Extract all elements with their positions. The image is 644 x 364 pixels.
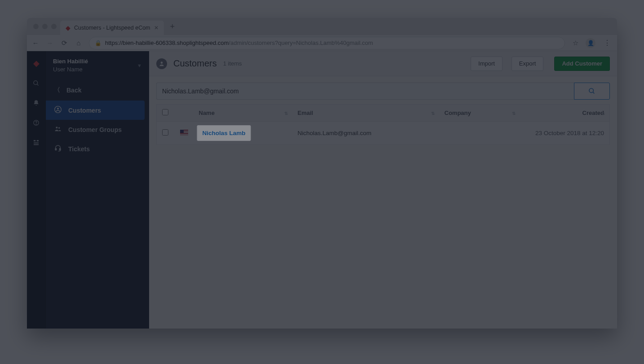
address-bar: ← → ⟳ ⌂ 🔒 https://bien-habillie-606338.s… (27, 35, 617, 51)
flame-icon: ◆ (66, 24, 71, 31)
svg-rect-5 (37, 140, 39, 141)
customer-created: 23 October 2018 at 12:20 (535, 130, 604, 136)
tab-title: Customers - Lightspeed eCom (74, 25, 150, 31)
item-count: 1 items (223, 60, 242, 67)
svg-line-16 (593, 92, 594, 93)
tab-bar: ◆ Customers - Lightspeed eCom ✕ + (27, 18, 617, 35)
chevron-left-icon: 〈 (54, 86, 60, 94)
sort-icon: ⇅ (601, 110, 605, 115)
svg-rect-4 (34, 140, 35, 141)
app-root: ◆ Bien Habillié User Name ▼ (27, 51, 617, 329)
svg-line-1 (37, 84, 38, 85)
svg-point-14 (161, 61, 163, 64)
sidebar-item-customer-groups[interactable]: Customer Groups (46, 120, 145, 139)
select-all-header[interactable] (157, 105, 175, 122)
lightspeed-logo-icon[interactable]: ◆ (33, 58, 40, 68)
created-header[interactable]: Created⇅ (520, 105, 610, 122)
sidebar-item-label: Customer Groups (68, 126, 122, 133)
sidebar-item-tickets[interactable]: Tickets (46, 139, 145, 158)
url-input[interactable]: 🔒 https://bien-habillie-606338.shoplight… (89, 37, 565, 49)
svg-rect-7 (34, 144, 39, 145)
svg-point-11 (58, 127, 60, 129)
store-name: Bien Habillié (53, 57, 88, 66)
search-row (149, 76, 617, 104)
sort-icon: ⇅ (431, 110, 435, 115)
add-customer-button[interactable]: Add Customer (554, 57, 610, 71)
search-button[interactable] (574, 83, 610, 100)
new-tab-button[interactable]: + (164, 22, 181, 31)
search-input[interactable] (156, 83, 574, 100)
maximize-window-icon[interactable] (51, 24, 57, 29)
email-header[interactable]: Email⇅ (292, 105, 439, 122)
table-row[interactable]: Nicholas Lamb Nicholas.Lamb@gmail.com 23… (157, 122, 610, 145)
main-content: Customers 1 items Import Export Add Cust… (149, 51, 617, 329)
row-checkbox[interactable] (162, 129, 168, 136)
window-controls (31, 24, 60, 29)
customers-table: Name⇅ Email⇅ Company⇅ Created⇅ Nicholas … (156, 104, 610, 145)
users-icon (54, 125, 62, 134)
apps-icon[interactable] (33, 139, 40, 147)
store-switcher[interactable]: Bien Habillié User Name ▼ (46, 51, 149, 80)
url-path: /admin/customers?query=Nicholas.Lamb%40g… (229, 39, 373, 46)
store-user: User Name (53, 66, 88, 74)
minimize-window-icon[interactable] (42, 24, 48, 29)
url-host: https://bien-habillie-606338.shoplightsp… (105, 39, 229, 46)
us-flag-icon (180, 130, 188, 135)
home-icon[interactable]: ⌂ (75, 39, 83, 47)
svg-point-9 (57, 108, 59, 110)
sort-icon: ⇅ (284, 110, 288, 115)
forward-icon[interactable]: → (46, 39, 54, 47)
bookmark-icon[interactable]: ☆ (571, 39, 579, 47)
search-icon (588, 88, 595, 95)
svg-rect-6 (34, 143, 39, 144)
chevron-down-icon: ▼ (137, 63, 142, 68)
svg-rect-12 (55, 149, 57, 150)
sidebar-back-label: Back (66, 87, 81, 94)
sidebar-item-label: Tickets (68, 145, 90, 153)
svg-point-10 (56, 127, 57, 129)
user-circle-icon (54, 106, 62, 114)
user-circle-icon (156, 58, 167, 69)
back-icon[interactable]: ← (31, 39, 40, 47)
sidebar-item-customers[interactable]: Customers (46, 101, 145, 120)
sort-icon: ⇅ (512, 110, 516, 115)
sidebar-item-label: Customers (68, 107, 101, 114)
help-icon[interactable] (33, 119, 40, 127)
page-header: Customers 1 items Import Export Add Cust… (149, 51, 617, 76)
bell-icon[interactable] (33, 100, 40, 108)
browser-window: ◆ Customers - Lightspeed eCom ✕ + ← → ⟳ … (27, 18, 617, 329)
search-icon[interactable] (33, 80, 40, 88)
left-rail: ◆ (27, 51, 46, 329)
svg-rect-13 (59, 149, 61, 150)
name-header[interactable]: Name⇅ (194, 105, 292, 122)
sidebar: Bien Habillié User Name ▼ 〈 Back Custome… (46, 51, 149, 329)
sidebar-back[interactable]: 〈 Back (46, 80, 149, 101)
browser-tab[interactable]: ◆ Customers - Lightspeed eCom ✕ (60, 21, 164, 35)
export-button[interactable]: Export (512, 57, 544, 71)
company-header[interactable]: Company⇅ (439, 105, 520, 122)
reload-icon[interactable]: ⟳ (60, 39, 68, 47)
table-header-row: Name⇅ Email⇅ Company⇅ Created⇅ (157, 105, 610, 122)
svg-point-15 (589, 88, 593, 92)
svg-point-0 (34, 81, 38, 85)
svg-point-3 (36, 124, 36, 124)
lock-icon: 🔒 (95, 40, 101, 46)
page-title: Customers (173, 58, 217, 69)
customer-name-link[interactable]: Nicholas Lamb (203, 130, 246, 136)
headset-icon (54, 145, 62, 153)
close-tab-icon[interactable]: ✕ (154, 25, 159, 31)
import-button[interactable]: Import (471, 57, 503, 71)
customer-email: Nicholas.Lamb@gmail.com (298, 130, 372, 136)
select-all-checkbox[interactable] (162, 109, 168, 115)
table-wrap: Name⇅ Email⇅ Company⇅ Created⇅ Nicholas … (149, 104, 617, 145)
close-window-icon[interactable] (33, 24, 39, 29)
profile-avatar[interactable]: 👤 (586, 38, 595, 48)
browser-menu-icon[interactable]: ⋮ (602, 39, 613, 47)
flag-header (175, 105, 194, 122)
